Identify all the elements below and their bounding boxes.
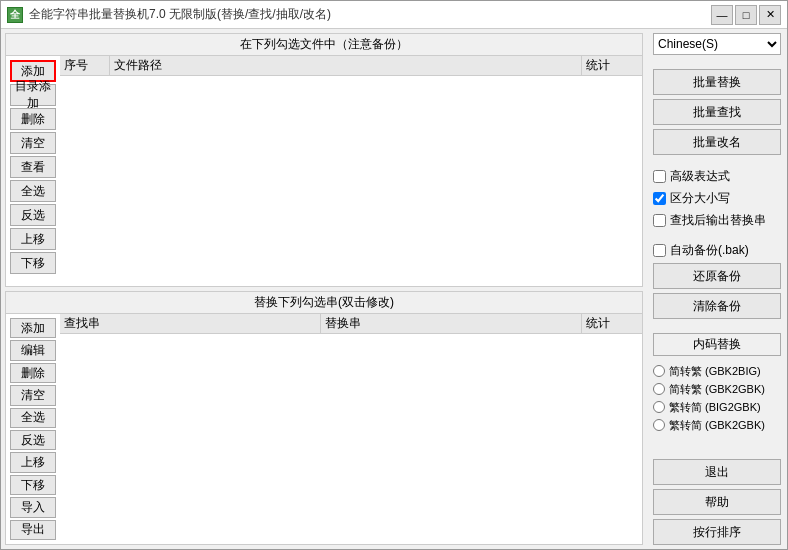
bottom-btn-6[interactable]: 上移: [10, 452, 56, 472]
top-btn-7[interactable]: 上移: [10, 228, 56, 250]
close-button[interactable]: ✕: [759, 5, 781, 25]
bottom-btn-9[interactable]: 导出: [10, 520, 56, 540]
radio-row-0: 简转繁 (GBK2BIG): [653, 362, 781, 380]
language-select[interactable]: Chinese(S)EnglishChinese(T): [653, 33, 781, 55]
clear-backup-button[interactable]: 清除备份: [653, 293, 781, 319]
auto-backup-label: 自动备份(.bak): [670, 242, 749, 259]
exit-button[interactable]: 退出: [653, 459, 781, 485]
bottom-btn-2[interactable]: 删除: [10, 363, 56, 383]
advanced-expr-label: 高级表达式: [670, 168, 730, 185]
case-sensitive-label: 区分大小写: [670, 190, 730, 207]
sort-button[interactable]: 按行排序: [653, 519, 781, 545]
top-section-header: 在下列勾选文件中（注意备份）: [6, 34, 642, 56]
encoding-label-2: 繁转简 (BIG2GBK): [669, 400, 761, 415]
case-sensitive-checkbox[interactable]: [653, 192, 666, 205]
top-btn-8[interactable]: 下移: [10, 252, 56, 274]
encoding-radio-1[interactable]: [653, 383, 665, 395]
bottom-table-header: 查找串 替换串 统计: [60, 314, 642, 334]
bottom-table-body[interactable]: [60, 334, 642, 544]
bottom-btn-4[interactable]: 全选: [10, 408, 56, 428]
auto-backup-checkbox[interactable]: [653, 244, 666, 257]
radio-row-1: 简转繁 (GBK2GBK): [653, 380, 781, 398]
sections-wrapper: 在下列勾选文件中（注意备份） 添加目录添加删除清空查看全选反选上移下移 序号 文…: [5, 33, 643, 545]
bottom-btn-5[interactable]: 反选: [10, 430, 56, 450]
top-btn-3[interactable]: 清空: [10, 132, 56, 154]
bottom-btn-1[interactable]: 编辑: [10, 340, 56, 360]
advanced-expr-checkbox[interactable]: [653, 170, 666, 183]
top-col-path: 文件路径: [110, 56, 582, 75]
auto-backup-row: 自动备份(.bak): [653, 241, 781, 259]
top-btn-5[interactable]: 全选: [10, 180, 56, 202]
minimize-button[interactable]: —: [711, 5, 733, 25]
after-find-label: 查找后输出替换串: [670, 212, 766, 229]
bottom-btn-8[interactable]: 导入: [10, 497, 56, 517]
radio-container: 简转繁 (GBK2BIG)简转繁 (GBK2GBK)繁转简 (BIG2GBK)繁…: [653, 362, 781, 434]
top-btn-6[interactable]: 反选: [10, 204, 56, 226]
top-btn-1[interactable]: 目录添加: [10, 84, 56, 106]
encoding-label-1: 简转繁 (GBK2GBK): [669, 382, 765, 397]
batch-find-button[interactable]: 批量查找: [653, 99, 781, 125]
bottom-table-area: 查找串 替换串 统计: [60, 314, 642, 544]
bottom-btn-0[interactable]: 添加: [10, 318, 56, 338]
encoding-radio-3[interactable]: [653, 419, 665, 431]
advanced-expr-row: 高级表达式: [653, 167, 781, 185]
left-panel: 在下列勾选文件中（注意备份） 添加目录添加删除清空查看全选反选上移下移 序号 文…: [1, 29, 647, 549]
language-row: Chinese(S)EnglishChinese(T): [653, 33, 781, 55]
top-section: 在下列勾选文件中（注意备份） 添加目录添加删除清空查看全选反选上移下移 序号 文…: [5, 33, 643, 287]
encoding-label-3: 繁转简 (GBK2GBK): [669, 418, 765, 433]
internal-code-label: 内码替换: [653, 333, 781, 356]
batch-rename-button[interactable]: 批量改名: [653, 129, 781, 155]
top-btn-4[interactable]: 查看: [10, 156, 56, 178]
bottom-section: 替换下列勾选串(双击修改) 添加编辑删除清空全选反选上移下移导入导出 查找串 替…: [5, 291, 643, 545]
restore-backup-button[interactable]: 还原备份: [653, 263, 781, 289]
app-icon: 全: [7, 7, 23, 23]
bottom-col-search: 查找串: [60, 314, 321, 333]
title-bar-left: 全 全能字符串批量替换机7.0 无限制版(替换/查找/抽取/改名): [7, 6, 331, 23]
top-col-num: 序号: [60, 56, 110, 75]
batch-replace-button[interactable]: 批量替换: [653, 69, 781, 95]
right-panel: Chinese(S)EnglishChinese(T) 批量替换 批量查找 批量…: [647, 29, 787, 549]
bottom-btn-column: 添加编辑删除清空全选反选上移下移导入导出: [6, 314, 60, 544]
top-col-stat: 统计: [582, 56, 642, 75]
title-bar-controls: — □ ✕: [711, 5, 781, 25]
case-sensitive-row: 区分大小写: [653, 189, 781, 207]
radio-row-2: 繁转简 (BIG2GBK): [653, 398, 781, 416]
top-section-body: 添加目录添加删除清空查看全选反选上移下移 序号 文件路径 统计: [6, 56, 642, 286]
top-table-body[interactable]: [60, 76, 642, 286]
title-bar: 全 全能字符串批量替换机7.0 无限制版(替换/查找/抽取/改名) — □ ✕: [1, 1, 787, 29]
help-button[interactable]: 帮助: [653, 489, 781, 515]
encoding-radio-2[interactable]: [653, 401, 665, 413]
bottom-col-replace: 替换串: [321, 314, 582, 333]
bottom-btn-7[interactable]: 下移: [10, 475, 56, 495]
bottom-section-header: 替换下列勾选串(双击修改): [6, 292, 642, 314]
encoding-label-0: 简转繁 (GBK2BIG): [669, 364, 761, 379]
top-btn-column: 添加目录添加删除清空查看全选反选上移下移: [6, 56, 60, 286]
window-title: 全能字符串批量替换机7.0 无限制版(替换/查找/抽取/改名): [29, 6, 331, 23]
restore-button[interactable]: □: [735, 5, 757, 25]
after-find-row: 查找后输出替换串: [653, 211, 781, 229]
encoding-radio-0[interactable]: [653, 365, 665, 377]
bottom-col-stat: 统计: [582, 314, 642, 333]
bottom-btn-3[interactable]: 清空: [10, 385, 56, 405]
top-table-header: 序号 文件路径 统计: [60, 56, 642, 76]
top-btn-2[interactable]: 删除: [10, 108, 56, 130]
main-window: 全 全能字符串批量替换机7.0 无限制版(替换/查找/抽取/改名) — □ ✕ …: [0, 0, 788, 550]
main-content: 在下列勾选文件中（注意备份） 添加目录添加删除清空查看全选反选上移下移 序号 文…: [1, 29, 787, 549]
radio-row-3: 繁转简 (GBK2GBK): [653, 416, 781, 434]
top-table-area: 序号 文件路径 统计: [60, 56, 642, 286]
after-find-checkbox[interactable]: [653, 214, 666, 227]
bottom-section-body: 添加编辑删除清空全选反选上移下移导入导出 查找串 替换串 统计: [6, 314, 642, 544]
